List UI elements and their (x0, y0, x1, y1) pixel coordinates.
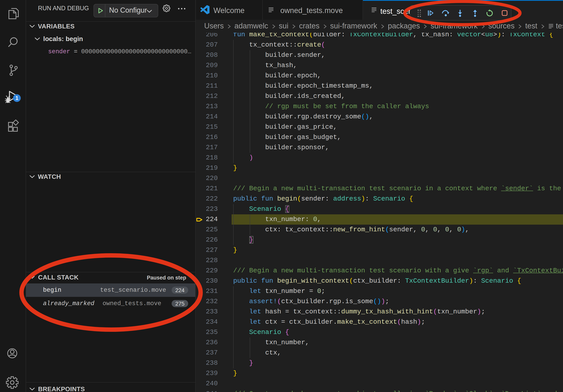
svg-text:1: 1 (15, 95, 18, 101)
